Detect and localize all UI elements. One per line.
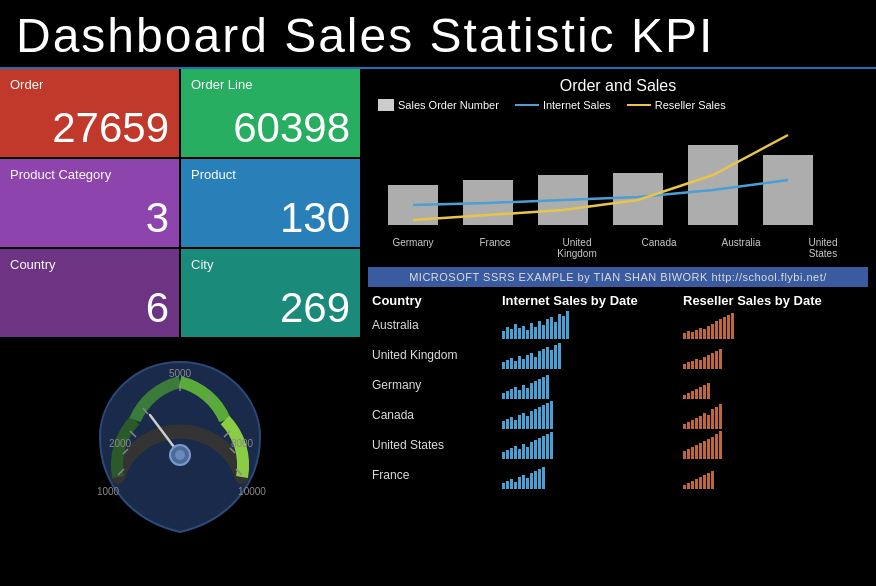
- table-row: Australia: [368, 310, 868, 340]
- internet-bars-france: [502, 461, 683, 489]
- legend-sales-order-label: Sales Order Number: [398, 99, 499, 111]
- tile-order-line-label: Order Line: [191, 77, 350, 92]
- reseller-bars-canada: [683, 401, 864, 429]
- chart-section: Order and Sales Sales Order Number Inter…: [368, 73, 868, 263]
- col-country-header: Country: [372, 293, 502, 308]
- gauge-area: 1000 2000 5000 8000 10000: [0, 337, 360, 557]
- table-row: United Kingdom: [368, 340, 868, 370]
- svg-text:5000: 5000: [169, 368, 192, 379]
- internet-bars-us: [502, 431, 683, 459]
- legend-reseller-sales: Reseller Sales: [627, 99, 726, 111]
- reseller-bars-uk: [683, 341, 864, 369]
- page-title: Dashboard Sales Statistic KPI: [16, 8, 860, 63]
- svg-text:10000: 10000: [238, 486, 266, 497]
- internet-bars-canada: [502, 401, 683, 429]
- col-reseller-header: Reseller Sales by Date: [683, 293, 864, 308]
- internet-bars-australia: [502, 311, 683, 339]
- svg-rect-22: [688, 145, 738, 225]
- svg-text:8000: 8000: [231, 438, 254, 449]
- reseller-bars-us: [683, 431, 864, 459]
- ssrs-banner: MICROSOFT SSRS EXAMPLE by TIAN SHAN BIWO…: [368, 267, 868, 287]
- gauge-svg: 1000 2000 5000 8000 10000: [80, 347, 280, 547]
- col-internet-header: Internet Sales by Date: [502, 293, 683, 308]
- table-row: Canada: [368, 400, 868, 430]
- x-label-germany: Germany: [383, 237, 443, 259]
- internet-bars-uk: [502, 341, 683, 369]
- x-label-australia: Australia: [711, 237, 771, 259]
- legend-internet-sales: Internet Sales: [515, 99, 611, 111]
- tile-order-label: Order: [10, 77, 169, 92]
- chart-x-labels: Germany France UnitedKingdom Canada Aust…: [368, 237, 868, 259]
- tile-order-line[interactable]: Order Line 60398: [181, 69, 360, 157]
- x-label-us: UnitedStates: [793, 237, 853, 259]
- svg-text:1000: 1000: [97, 486, 120, 497]
- main-layout: Order 27659 Order Line 60398 Product Cat…: [0, 69, 876, 581]
- table-header-row: Country Internet Sales by Date Reseller …: [368, 291, 868, 310]
- table-row: Germany: [368, 370, 868, 400]
- table-row: United States: [368, 430, 868, 460]
- table-section: Country Internet Sales by Date Reseller …: [368, 291, 868, 577]
- tile-city-value: 269: [191, 287, 350, 329]
- x-label-uk: UnitedKingdom: [547, 237, 607, 259]
- country-name-germany: Germany: [372, 378, 502, 392]
- tile-product-category[interactable]: Product Category 3: [0, 159, 179, 247]
- right-panel: Order and Sales Sales Order Number Inter…: [360, 69, 876, 581]
- tile-country-label: Country: [10, 257, 169, 272]
- legend-line-yellow-icon: [627, 104, 651, 106]
- table-row: France: [368, 460, 868, 490]
- chart-legend: Sales Order Number Internet Sales Resell…: [368, 99, 868, 111]
- left-panel: Order 27659 Order Line 60398 Product Cat…: [0, 69, 360, 581]
- internet-bars-germany: [502, 371, 683, 399]
- country-name-canada: Canada: [372, 408, 502, 422]
- chart-title: Order and Sales: [368, 77, 868, 95]
- legend-box-icon: [378, 99, 394, 111]
- tile-product-value: 130: [191, 197, 350, 239]
- x-label-canada: Canada: [629, 237, 689, 259]
- gauge-container: 1000 2000 5000 8000 10000: [80, 347, 280, 547]
- tile-product-category-value: 3: [10, 197, 169, 239]
- reseller-bars-australia: [683, 311, 864, 339]
- country-name-us: United States: [372, 438, 502, 452]
- svg-rect-23: [763, 155, 813, 225]
- country-name-australia: Australia: [372, 318, 502, 332]
- tile-product-label: Product: [191, 167, 350, 182]
- order-sales-chart-svg: [368, 115, 858, 235]
- country-name-france: France: [372, 468, 502, 482]
- tile-order[interactable]: Order 27659: [0, 69, 179, 157]
- tile-order-value: 27659: [10, 107, 169, 149]
- svg-text:2000: 2000: [109, 438, 132, 449]
- svg-point-11: [175, 450, 185, 460]
- legend-internet-sales-label: Internet Sales: [543, 99, 611, 111]
- tile-country[interactable]: Country 6: [0, 249, 179, 337]
- legend-line-blue-icon: [515, 104, 539, 106]
- tile-product-category-label: Product Category: [10, 167, 169, 182]
- legend-reseller-sales-label: Reseller Sales: [655, 99, 726, 111]
- tile-product[interactable]: Product 130: [181, 159, 360, 247]
- tiles-grid: Order 27659 Order Line 60398 Product Cat…: [0, 69, 360, 337]
- tile-order-line-value: 60398: [191, 107, 350, 149]
- tile-country-value: 6: [10, 287, 169, 329]
- country-name-uk: United Kingdom: [372, 348, 502, 362]
- tile-city-label: City: [191, 257, 350, 272]
- tile-city[interactable]: City 269: [181, 249, 360, 337]
- legend-sales-order: Sales Order Number: [378, 99, 499, 111]
- reseller-bars-france: [683, 461, 864, 489]
- x-label-france: France: [465, 237, 525, 259]
- header: Dashboard Sales Statistic KPI: [0, 0, 876, 69]
- reseller-bars-germany: [683, 371, 864, 399]
